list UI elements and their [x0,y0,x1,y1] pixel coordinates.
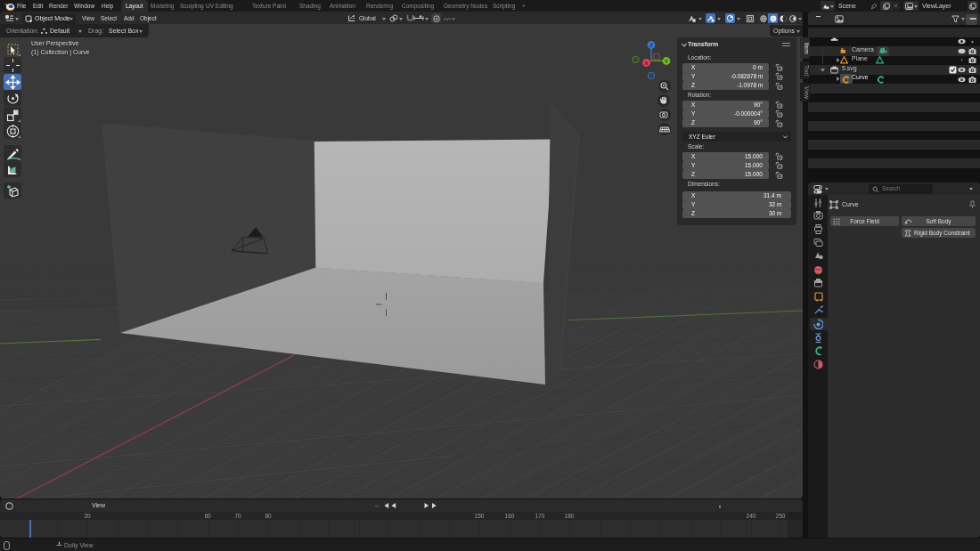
svg-text:Z: Z [649,43,653,48]
svg-text:X: X [644,61,648,66]
svg-text:Y: Y [665,59,668,64]
